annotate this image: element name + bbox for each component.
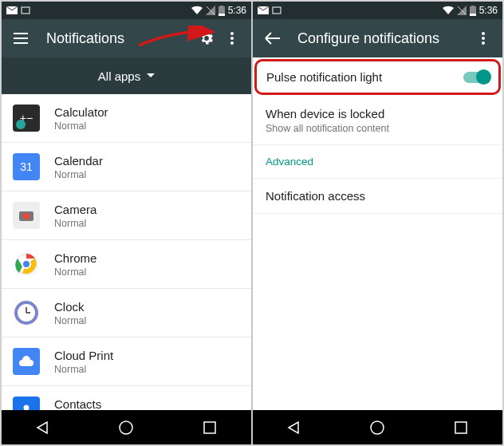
list-item[interactable]: Cloud PrintNormal xyxy=(2,337,251,386)
app-status: Normal xyxy=(54,315,86,326)
svg-point-13 xyxy=(23,213,30,219)
screenshot-icon xyxy=(272,6,282,14)
setting-subtitle: Show all notification content xyxy=(266,123,490,134)
home-button[interactable] xyxy=(361,412,393,444)
signal-icon xyxy=(206,6,215,15)
settings-gear-icon[interactable] xyxy=(194,26,219,51)
app-name: Calculator xyxy=(54,105,108,119)
app-name: Chrome xyxy=(54,251,96,265)
calendar-icon: 31 xyxy=(13,153,40,180)
settings-list: Pulse notification light When device is … xyxy=(253,57,502,410)
nav-bar xyxy=(2,410,251,444)
setting-title: Pulse notification light xyxy=(266,70,463,84)
svg-point-9 xyxy=(230,32,234,35)
svg-point-31 xyxy=(482,32,485,35)
notification-access-row[interactable]: Notification access xyxy=(253,179,502,214)
svg-rect-1 xyxy=(22,7,30,14)
overflow-menu-icon[interactable] xyxy=(219,26,245,51)
setting-title: Notification access xyxy=(266,189,490,203)
section-label: Advanced xyxy=(266,156,490,168)
page-title: Configure notifications xyxy=(297,30,471,47)
svg-point-10 xyxy=(230,37,234,40)
status-bar: 5:36 xyxy=(2,2,251,19)
app-name: Calendar xyxy=(54,154,103,168)
camera-icon xyxy=(13,202,40,229)
chrome-icon xyxy=(13,251,40,278)
recents-button[interactable] xyxy=(445,412,477,444)
contacts-icon xyxy=(13,397,40,410)
svg-rect-30 xyxy=(470,14,476,16)
calculator-icon: +− xyxy=(13,105,40,132)
nav-bar xyxy=(253,410,502,444)
svg-point-33 xyxy=(482,41,485,45)
app-name: Cloud Print xyxy=(54,349,113,362)
svg-point-16 xyxy=(22,260,30,268)
back-button[interactable] xyxy=(27,412,59,444)
status-bar: 5:36 xyxy=(253,2,502,19)
svg-rect-5 xyxy=(219,14,225,16)
app-status: Normal xyxy=(54,218,96,229)
app-name: Clock xyxy=(54,300,86,314)
home-button[interactable] xyxy=(110,412,142,444)
svg-rect-26 xyxy=(273,7,281,14)
filter-dropdown[interactable]: All apps xyxy=(2,57,251,94)
list-item[interactable]: +− CalculatorNormal xyxy=(2,94,251,143)
screenshot-icon xyxy=(21,6,30,14)
app-list: +− CalculatorNormal 31 CalendarNormal Ca… xyxy=(2,94,251,410)
clock-icon xyxy=(13,299,40,326)
hamburger-icon[interactable] xyxy=(8,26,33,51)
toolbar: Configure notifications xyxy=(253,19,502,57)
svg-point-32 xyxy=(482,37,485,40)
page-title: Notifications xyxy=(46,30,194,47)
pulse-notification-row[interactable]: Pulse notification light xyxy=(254,59,501,95)
gmail-icon xyxy=(258,6,269,14)
list-item[interactable]: CameraNormal xyxy=(2,191,251,240)
advanced-header: Advanced xyxy=(253,145,502,179)
svg-rect-4 xyxy=(220,6,223,7)
wifi-icon xyxy=(191,6,203,15)
filter-label: All apps xyxy=(98,69,140,83)
svg-rect-35 xyxy=(455,422,467,433)
list-item[interactable]: ClockNormal xyxy=(2,289,251,337)
locked-row[interactable]: When device is locked Show all notificat… xyxy=(253,97,502,145)
back-arrow-icon[interactable] xyxy=(259,26,285,51)
svg-point-11 xyxy=(230,41,234,45)
svg-point-34 xyxy=(371,421,384,434)
wifi-icon xyxy=(443,6,454,15)
back-button[interactable] xyxy=(278,412,310,444)
toolbar: Notifications xyxy=(2,19,251,57)
app-name: Contacts xyxy=(54,397,101,411)
right-screenshot: 5:36 Configure notifications Pulse notif… xyxy=(253,2,502,444)
list-item[interactable]: ContactsNormal xyxy=(2,386,251,410)
overflow-menu-icon[interactable] xyxy=(471,26,496,51)
list-item[interactable]: 31 CalendarNormal xyxy=(2,143,251,191)
chevron-down-icon xyxy=(147,73,155,78)
app-status: Normal xyxy=(54,364,113,375)
battery-icon xyxy=(219,6,225,16)
svg-point-23 xyxy=(120,421,132,434)
battery-icon xyxy=(470,6,476,16)
app-status: Normal xyxy=(54,266,96,278)
signal-icon xyxy=(457,6,467,15)
setting-title: When device is locked xyxy=(266,107,490,120)
list-item[interactable]: ChromeNormal xyxy=(2,240,251,289)
cloud-print-icon xyxy=(13,348,40,375)
toggle-switch[interactable] xyxy=(463,72,489,83)
gmail-icon xyxy=(6,6,18,14)
recents-button[interactable] xyxy=(194,412,226,444)
app-name: Camera xyxy=(54,203,96,216)
svg-rect-29 xyxy=(471,6,474,7)
svg-rect-24 xyxy=(204,422,215,433)
left-screenshot: 5:36 Notifications All apps +− Calculato… xyxy=(2,2,251,444)
clock-text: 5:36 xyxy=(479,5,498,16)
app-status: Normal xyxy=(54,169,103,180)
app-status: Normal xyxy=(54,120,108,132)
clock-text: 5:36 xyxy=(228,5,246,16)
